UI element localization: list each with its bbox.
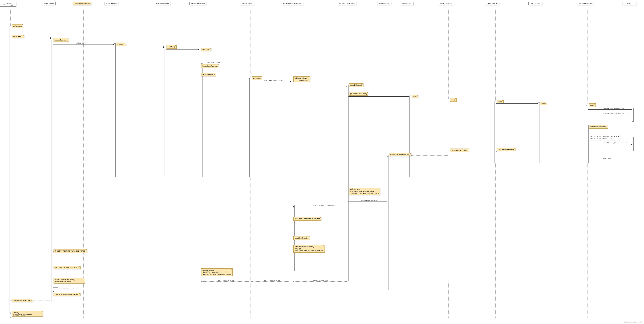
activation xyxy=(387,156,388,290)
participant-p10: WifiNative.java xyxy=(400,2,414,5)
message-arrow xyxy=(53,44,114,44)
note: startScan() xyxy=(116,42,126,46)
note: startScan() xyxy=(252,76,262,80)
activation xyxy=(164,46,166,177)
note: startScan() xyxy=(166,45,176,49)
message-label: SCAN_RESULTS_EVENT xyxy=(264,279,280,281)
activation xyxy=(291,81,293,177)
message-arrow xyxy=(449,153,494,153)
note: resumeScanning() xyxy=(54,38,69,42)
note: startSingleScan() xyxy=(349,83,364,87)
message-label: NL80211_CMD_TRIGGER_SCAN xyxy=(603,107,624,109)
participant-p11: WificondControl.java xyxy=(438,2,454,5)
message-arrow xyxy=(53,251,291,251)
message-label: handleNlSecond(if_index, aborted, ssids,… xyxy=(603,142,632,144)
message-arrow xyxy=(588,144,632,144)
activation xyxy=(53,266,55,302)
note: sendScanResultBroadcast()发送广播SCAN_RESULT… xyxy=(294,245,325,253)
message-arrow xyxy=(496,151,587,151)
participant-p14: netlink_manager.cpp xyxy=(577,2,593,5)
activation xyxy=(587,104,588,163)
message-arrow xyxy=(588,109,632,110)
message-label: ssids、freqs xyxy=(603,158,611,160)
message-arrow xyxy=(588,160,632,160)
participant-p7: WifiScanningServiceImpl.java xyxy=(282,2,303,5)
message-arrow xyxy=(588,115,632,115)
participant-p13: scan_utils.cpp xyxy=(528,2,542,5)
note: OnScanResultsReady() xyxy=(589,125,608,129)
activation xyxy=(448,99,449,282)
note: OnScanResultsReady() xyxy=(497,148,516,151)
participant-p2: 上层app通用的scan flow xyxy=(73,2,91,5)
note: scan() xyxy=(412,95,418,98)
participant-p3: WifiManager.java xyxy=(104,2,118,5)
activation xyxy=(199,49,201,177)
lifeline-p15 xyxy=(633,8,633,318)
note: OnScanResultsReady() xyxy=(450,149,469,152)
note: broadcastScanResultEvent() xyxy=(389,153,412,156)
message-arrow xyxy=(293,86,347,86)
note: scan() xyxy=(589,103,596,107)
note: Listener.onAccessPointsChanged() xyxy=(54,293,80,296)
note: scan() xyxy=(497,100,504,103)
message-label: SCAN_RESULTS_EVENT xyxy=(361,199,377,201)
message-arrow xyxy=(251,82,291,82)
note: startScan() xyxy=(201,48,211,51)
note: DriverStartedStatetryToStartNewScan() xyxy=(294,76,310,82)
activation xyxy=(632,137,634,151)
message-label: SCAN_RESULTS_EVENT xyxy=(218,279,234,281)
note: scan() xyxy=(450,98,456,102)
note: MSG_UPDATE_ACCESS_POINTS xyxy=(54,266,81,269)
message-arrow xyxy=(201,78,250,78)
activation xyxy=(114,43,116,177)
activation xyxy=(51,40,53,302)
activation xyxy=(201,63,202,177)
activation xyxy=(347,85,348,282)
note: reportScanResults() xyxy=(294,236,310,240)
note: 接收SCAN_RESULTS_AVAILABLE_ACTION xyxy=(54,249,87,253)
participant-p5: WifiStateMachine.java xyxy=(190,2,206,5)
note: onAccessPointsChanged() xyxy=(12,299,33,302)
message-arrow xyxy=(348,96,409,97)
note: setScanResults()保存结果mScanResults保存ssid个数… xyxy=(201,268,232,276)
note: scan() xyxy=(540,102,547,105)
message-label: SCAN_RESULTS_EVENT xyxy=(313,279,329,281)
participant-p6: WifiScanner.java xyxy=(240,2,254,5)
message-arrow xyxy=(166,49,199,50)
participant-p8: WificondScannerImpl.java xyxy=(337,2,356,5)
participant-p4: WifiServiceImpl.java xyxy=(155,2,170,5)
note: WIFI_SCAN_RESULTS_AVAILABLE xyxy=(294,217,322,221)
message-label: WIFI_SCAN_RESULTS_AVAILABLE xyxy=(313,205,336,206)
note: onResume() xyxy=(12,24,23,28)
note: processPendingScans() xyxy=(349,92,368,95)
message-label: NL80211_CMD_NEW_SCAN_RESULTS xyxy=(603,113,628,114)
note: startTracking() xyxy=(12,35,24,38)
message-arrow xyxy=(411,100,448,100)
note: NL80211_ATTR_SCAN_FREQUENCIESNL80211_ATT… xyxy=(589,135,620,140)
participant-p0: TvSettingsWifiSetupActivity.java xyxy=(0,2,16,6)
note: startScanNative() xyxy=(201,73,216,76)
message-label: 间隔10秒啊一次 xyxy=(76,42,86,44)
activation xyxy=(250,78,251,177)
note: handleScanRequest() xyxy=(201,64,219,68)
activation xyxy=(632,108,634,122)
watermark: https://blog.csdn.net/... xyxy=(623,321,642,323)
note: updateAccessPointsLocked()->updateAccess… xyxy=(54,278,85,284)
activation xyxy=(538,102,540,163)
note: 接通后是周期：pollLatestScanData()获取scan结果发送WIF… xyxy=(349,188,380,195)
participant-p9: WifiMonitor.java xyxy=(377,2,391,5)
message-arrow xyxy=(449,102,494,102)
participant-p15: kernel xyxy=(622,2,636,5)
activation xyxy=(409,95,411,177)
participant-p1: WifiTracker.java xyxy=(42,2,56,5)
activation xyxy=(494,101,496,163)
participant-p12: scanner_impl.cpp xyxy=(485,2,499,5)
note: update()显示更新UI所用的scan lists xyxy=(12,311,43,317)
message-label: CMD_START_SINGLE_SCAN xyxy=(264,80,283,81)
activation xyxy=(10,26,11,313)
